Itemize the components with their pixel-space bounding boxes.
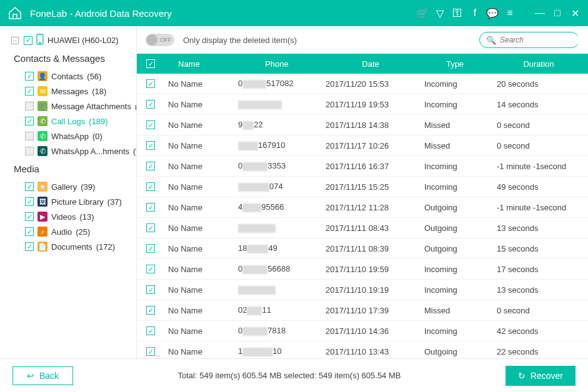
sidebar-item-call-logs[interactable]: ✓✆Call Logs (189) xyxy=(11,114,131,129)
sidebar-item-documents[interactable]: ✓📄Documents (172) xyxy=(11,239,131,254)
wifi-icon[interactable]: ▽ xyxy=(434,7,446,19)
search-input[interactable] xyxy=(500,36,588,44)
key-icon[interactable]: ⚿ xyxy=(452,7,463,19)
minimize-icon[interactable]: — xyxy=(534,7,546,19)
cell-phone: 1x10 xyxy=(233,346,321,356)
cell-type: Outgoing xyxy=(421,244,489,253)
row-checkbox[interactable]: ✓ xyxy=(146,306,155,315)
menu-icon[interactable]: ≡ xyxy=(504,7,516,19)
cart-icon[interactable]: 🛒 xyxy=(417,7,428,19)
item-checkbox[interactable]: ✓ xyxy=(25,117,34,125)
table-row[interactable]: ✓No Name18x492017/11/11 08:39Outgoing15 … xyxy=(137,238,588,259)
row-checkbox[interactable]: ✓ xyxy=(146,326,155,335)
sidebar-item-messages[interactable]: ✓✉Messages (18) xyxy=(11,84,131,99)
table-row[interactable]: ✓No Name9x222017/11/18 14:38Missed0 seco… xyxy=(137,115,588,135)
item-checkbox[interactable]: ✓ xyxy=(25,212,34,221)
sidebar-item-whatsapp-a-hments[interactable]: ✓✆WhatsApp A...hments (0) xyxy=(11,144,131,159)
row-checkbox[interactable]: ✓ xyxy=(146,285,155,294)
table-row[interactable]: ✓No Name0x5170822017/11/20 15:53Incoming… xyxy=(137,74,588,94)
toolbar: OFF Only display the deleted item(s) 🔍 xyxy=(137,26,588,54)
row-checkbox[interactable]: ✓ xyxy=(146,141,155,150)
category-icon: 👤 xyxy=(37,71,47,81)
sidebar-item-count: (37) xyxy=(107,197,122,207)
header-date[interactable]: Date xyxy=(321,59,421,69)
sidebar-item-audio[interactable]: ✓♪Audio (25) xyxy=(11,224,131,239)
category-icon: 🖼 xyxy=(37,197,47,207)
search-box[interactable]: 🔍 xyxy=(479,32,579,48)
row-checkbox[interactable]: ✓ xyxy=(146,223,155,232)
cell-type: Outgoing xyxy=(421,223,489,233)
item-checkbox[interactable]: ✓ xyxy=(25,227,34,236)
cell-name: No Name xyxy=(164,326,233,336)
sidebar-item-whatsapp[interactable]: ✓✆WhatsApp (0) xyxy=(11,129,131,144)
cell-date: 2017/11/11 08:43 xyxy=(321,223,421,233)
row-checkbox[interactable]: ✓ xyxy=(146,162,155,170)
row-checkbox[interactable]: ✓ xyxy=(146,100,155,109)
table-row[interactable]: ✓No Namex2017/11/11 08:43Outgoing13 seco… xyxy=(137,218,588,238)
header-name[interactable]: Name xyxy=(164,59,233,69)
sidebar-item-videos[interactable]: ✓▶Videos (13) xyxy=(11,209,131,224)
table-row[interactable]: ✓No Name4x955662017/11/12 11:28Outgoing-… xyxy=(137,197,588,218)
collapse-toggle-icon[interactable]: – xyxy=(11,37,19,44)
select-all-checkbox[interactable]: ✓ xyxy=(146,59,155,68)
sidebar-item-label: Picture Library xyxy=(51,197,104,207)
category-icon: ★ xyxy=(37,182,47,192)
back-button[interactable]: ↩ Back xyxy=(12,366,73,385)
row-checkbox[interactable]: ✓ xyxy=(146,347,155,356)
item-checkbox[interactable]: ✓ xyxy=(25,242,34,251)
recover-button[interactable]: ↻ Recover xyxy=(506,366,576,386)
row-checkbox[interactable]: ✓ xyxy=(146,244,155,253)
feedback-icon[interactable]: 💬 xyxy=(487,7,498,19)
item-checkbox[interactable]: ✓ xyxy=(25,197,34,206)
cell-phone: 0x7818 xyxy=(233,326,321,336)
close-icon[interactable]: ✕ xyxy=(569,7,581,19)
device-checkbox[interactable]: ✓ xyxy=(24,36,32,45)
toggle-label: Only display the deleted item(s) xyxy=(183,36,471,45)
sidebar-item-picture-library[interactable]: ✓🖼Picture Library (37) xyxy=(11,194,131,209)
table-row[interactable]: ✓No Namex2017/11/10 19:19Incoming13 seco… xyxy=(137,280,588,300)
device-row[interactable]: – ✓ HUAWEI (H60-L02) xyxy=(11,34,131,47)
sidebar-item-label: Contacts xyxy=(51,72,83,81)
item-checkbox[interactable]: ✓ xyxy=(25,182,34,191)
table-row[interactable]: ✓No Name0x566882017/11/10 19:59Incoming1… xyxy=(137,259,588,280)
home-icon[interactable] xyxy=(7,6,22,21)
header-duration[interactable]: Duration xyxy=(489,59,588,69)
sidebar-item-gallery[interactable]: ✓★Gallery (39) xyxy=(11,179,131,194)
row-checkbox[interactable]: ✓ xyxy=(146,79,155,88)
titlebar-actions: 🛒 ▽ ⚿ f 💬 ≡ — □ ✕ xyxy=(417,7,581,19)
row-checkbox[interactable]: ✓ xyxy=(146,120,155,129)
table-row[interactable]: ✓No Name02x112017/11/10 17:39Missed0 sec… xyxy=(137,300,588,321)
sidebar-item-message-attachments[interactable]: ✓📎Message Attachments (0) xyxy=(11,99,131,114)
row-checkbox[interactable]: ✓ xyxy=(146,265,155,273)
category-icon: ♪ xyxy=(37,227,47,237)
table-row[interactable]: ✓No Namex0742017/11/15 15:25Incoming49 s… xyxy=(137,177,588,197)
item-checkbox[interactable]: ✓ xyxy=(25,132,34,140)
cell-date: 2017/11/12 11:28 xyxy=(321,203,421,212)
table-body[interactable]: ✓No Name0x5170822017/11/20 15:53Incoming… xyxy=(137,74,588,358)
table-row[interactable]: ✓No Name1x102017/11/10 13:43Outgoing22 s… xyxy=(137,341,588,358)
table-row[interactable]: ✓No Name0x33532017/11/16 16:37Incoming-1… xyxy=(137,156,588,177)
cell-phone: x xyxy=(233,285,321,295)
header-type[interactable]: Type xyxy=(421,59,489,69)
table-row[interactable]: ✓No Namex1679102017/11/17 10:26Missed0 s… xyxy=(137,135,588,156)
cell-duration: 0 second xyxy=(489,141,588,150)
deleted-only-toggle[interactable]: OFF xyxy=(146,34,174,46)
sidebar-item-contacts[interactable]: ✓👤Contacts (56) xyxy=(11,69,131,84)
cell-phone: x xyxy=(233,223,321,233)
cell-name: No Name xyxy=(164,244,233,253)
cell-type: Outgoing xyxy=(421,347,489,356)
header-phone[interactable]: Phone xyxy=(233,59,321,69)
item-checkbox[interactable]: ✓ xyxy=(25,87,34,96)
item-checkbox[interactable]: ✓ xyxy=(25,147,34,155)
toggle-knob xyxy=(146,34,157,46)
facebook-icon[interactable]: f xyxy=(469,7,481,19)
item-checkbox[interactable]: ✓ xyxy=(25,102,34,110)
table-row[interactable]: ✓No Namex2017/11/19 19:53Incoming14 seco… xyxy=(137,94,588,115)
maximize-icon[interactable]: □ xyxy=(552,7,563,19)
table-row[interactable]: ✓No Name0x78182017/11/10 14:36Incoming42… xyxy=(137,321,588,341)
item-checkbox[interactable]: ✓ xyxy=(25,72,34,81)
row-checkbox[interactable]: ✓ xyxy=(146,203,155,212)
row-checkbox[interactable]: ✓ xyxy=(146,182,155,191)
cell-duration: -1 minute -1second xyxy=(489,203,588,212)
table-header: ✓ Name Phone Date Type Duration xyxy=(137,54,588,74)
